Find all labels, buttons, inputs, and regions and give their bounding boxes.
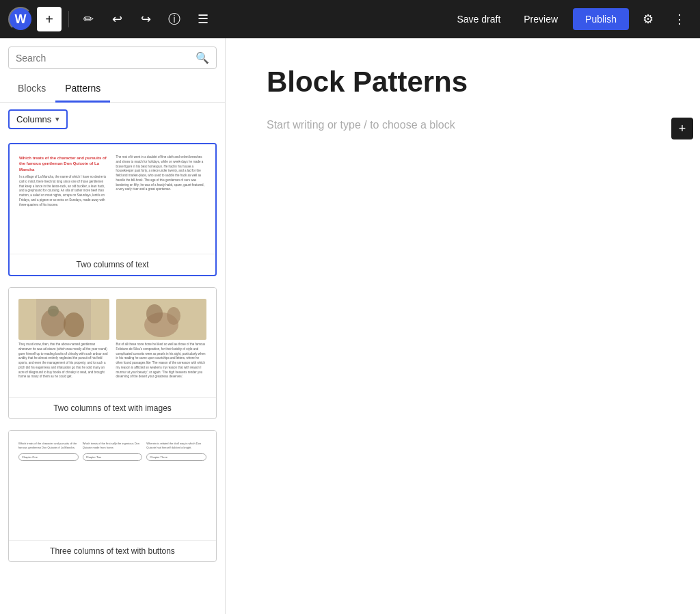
preview-btn-col-1: Which treats of the character and pursui…: [18, 442, 79, 533]
main-layout: 🔍 Blocks Patterns Columns ▾ Which treats: [0, 38, 700, 614]
tabs-row: Blocks Patterns: [0, 76, 225, 103]
two-col-preview: Which treats of the character and pursui…: [19, 155, 206, 247]
page-title: Block Patterns: [267, 66, 659, 98]
preview-text-col1: Which treats of the character and pursui…: [18, 442, 79, 449]
editor-content-area: Start writing or type / to choose a bloc…: [267, 119, 659, 131]
sidebar: 🔍 Blocks Patterns Columns ▾ Which treats: [0, 38, 226, 614]
editor-area[interactable]: Block Patterns Start writing or type / t…: [226, 38, 700, 614]
toolbar-right: Save draft Preview Publish ⚙ ⋮: [448, 7, 692, 31]
preview-button[interactable]: Preview: [515, 10, 566, 29]
pattern-preview-buttons: Which treats of the character and pursui…: [9, 431, 216, 540]
preview-text-col2: Which treats of the first sally the inge…: [83, 442, 143, 449]
publish-button[interactable]: Publish: [573, 8, 629, 30]
search-area: 🔍: [0, 38, 225, 76]
preview-btn-col-3: Wherein is related the droll way in whic…: [146, 442, 206, 533]
toolbar: W + ✏ ↩ ↪ ⓘ ☰ Save draft Preview Publish…: [0, 0, 700, 38]
preview-text-img-right: But of all these none hone he liked so w…: [116, 343, 207, 379]
chevron-down-icon: ▾: [55, 115, 59, 124]
preview-text-img-left: They must know, then, that the above-nam…: [18, 343, 109, 379]
tab-patterns[interactable]: Patterns: [55, 76, 110, 103]
undo-button[interactable]: ↩: [105, 7, 129, 31]
search-box: 🔍: [8, 46, 217, 69]
preview-img-col-right: But of all these none hone he liked so w…: [116, 299, 207, 390]
pattern-label-two-columns-text: Two columns of text: [10, 254, 215, 275]
preview-chapter-btn-2: Chapter Two: [83, 453, 143, 461]
filter-dropdown[interactable]: Columns ▾: [8, 109, 68, 129]
search-input[interactable]: [16, 53, 190, 64]
pattern-card-two-columns-text[interactable]: Which treats of the character and pursui…: [8, 143, 217, 276]
two-col-img-preview: They must know, then, that the above-nam…: [18, 299, 206, 390]
preview-img-col-left: They must know, then, that the above-nam…: [18, 299, 109, 390]
menu-button[interactable]: ☰: [191, 7, 215, 31]
redo-button[interactable]: ↪: [133, 7, 158, 31]
search-icon[interactable]: 🔍: [196, 51, 209, 64]
info-button[interactable]: ⓘ: [162, 7, 187, 31]
pattern-label-three-columns-buttons: Three columns of text with buttons: [9, 540, 216, 561]
pattern-card-three-columns-buttons[interactable]: Which treats of the character and pursui…: [8, 430, 217, 562]
filter-label: Columns: [16, 114, 51, 124]
tab-blocks[interactable]: Blocks: [8, 76, 55, 103]
patterns-list: Which treats of the character and pursui…: [0, 136, 225, 614]
preview-col-right: The rest of it went in a doublet of fine…: [116, 155, 206, 247]
pattern-label-two-columns-images: Two columns of text with images: [9, 397, 216, 418]
preview-chapter-btn-1: Chapter One: [18, 453, 79, 461]
edit-button[interactable]: ✏: [76, 7, 100, 31]
three-col-preview: Which treats of the character and pursui…: [18, 442, 206, 533]
preview-image-left: [18, 299, 109, 340]
settings-button[interactable]: ⚙: [636, 7, 660, 31]
add-block-button[interactable]: +: [37, 7, 62, 31]
wp-logo-button[interactable]: W: [8, 7, 33, 31]
pattern-card-two-columns-images[interactable]: They must know, then, that the above-nam…: [8, 287, 217, 419]
save-draft-button[interactable]: Save draft: [448, 10, 509, 29]
add-block-float-button[interactable]: +: [671, 118, 693, 139]
preview-text-left: In a village of La Mancha, the name of w…: [19, 175, 109, 207]
preview-image-right: [116, 299, 207, 340]
editor-placeholder[interactable]: Start writing or type / to choose a bloc…: [267, 119, 455, 131]
svg-point-3: [48, 306, 59, 317]
preview-btn-col-2: Which treats of the first sally the inge…: [83, 442, 143, 533]
more-options-button[interactable]: ⋮: [667, 7, 692, 31]
preview-text-right: The rest of it went in a doublet of fine…: [116, 155, 206, 192]
svg-point-2: [64, 312, 84, 337]
svg-point-6: [146, 304, 163, 323]
toolbar-divider: [68, 11, 69, 27]
pattern-preview: Which treats of the character and pursui…: [10, 144, 215, 254]
preview-chapter-btn-3: Chapter Three: [146, 453, 206, 461]
pattern-preview-images: They must know, then, that the above-nam…: [9, 288, 216, 397]
preview-text-col3: Wherein is related the droll way in whic…: [146, 442, 206, 449]
svg-point-7: [167, 307, 180, 325]
preview-col-left: Which treats of the character and pursui…: [19, 155, 109, 247]
filter-row: Columns ▾: [0, 103, 225, 136]
toolbar-left: W + ✏ ↩ ↪ ⓘ ☰: [8, 7, 443, 31]
preview-heading: Which treats of the character and pursui…: [19, 155, 109, 172]
